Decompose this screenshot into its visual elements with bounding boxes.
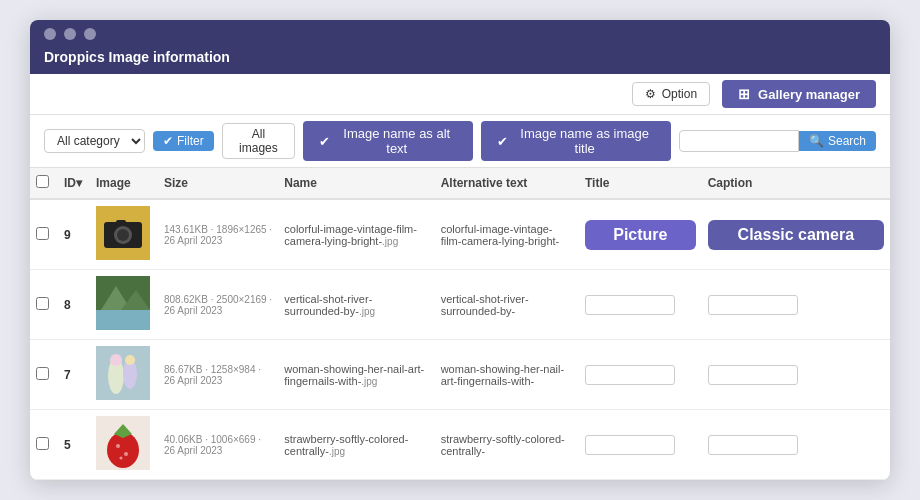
table-row: 786.67KB · 1258×984 · 26 April 2023woman… [30, 340, 890, 410]
gear-icon: ⚙ [645, 87, 656, 101]
toggle-alt-label: Image name as alt text [336, 126, 457, 156]
cell-size: 86.67KB · 1258×984 · 26 April 2023 [158, 340, 278, 410]
header-alt-text: Alternative text [435, 168, 579, 199]
cell-name: vertical-shot-river-surrounded-by-.jpg [278, 270, 434, 340]
caption-input[interactable] [708, 295, 798, 315]
title-input[interactable] [585, 435, 675, 455]
row-checkbox[interactable] [36, 297, 49, 310]
cell-alt-text: strawberry-softly-colored-centrally- [435, 410, 579, 480]
dot-3 [84, 28, 96, 40]
check-icon-alt: ✔ [319, 134, 330, 149]
row-checkbox[interactable] [36, 437, 49, 450]
svg-point-14 [125, 355, 135, 365]
svg-point-13 [110, 354, 122, 366]
cell-image [90, 410, 158, 480]
all-images-label: All images [239, 127, 278, 155]
row-checkbox[interactable] [36, 227, 49, 240]
cell-size: 40.06KB · 1006×669 · 26 April 2023 [158, 410, 278, 480]
svg-point-3 [117, 229, 129, 241]
toggle-title-label: Image name as image title [514, 126, 655, 156]
option-button[interactable]: ⚙ Option [632, 82, 710, 106]
dot-1 [44, 28, 56, 40]
cell-caption [702, 410, 890, 480]
window-title: Droppics Image information [44, 43, 230, 67]
caption-input[interactable] [708, 435, 798, 455]
grid-icon: ⊞ [738, 86, 750, 102]
category-select[interactable]: All category [44, 129, 145, 153]
check-icon: ✔ [163, 134, 173, 148]
cell-id: 5 [58, 410, 90, 480]
header-title: Title [579, 168, 702, 199]
gallery-manager-button[interactable]: ⊞ Gallery manager [722, 80, 876, 108]
search-button[interactable]: 🔍 Search [799, 131, 876, 151]
cell-title [579, 270, 702, 340]
header-caption: Caption [702, 168, 890, 199]
select-all-checkbox[interactable] [36, 175, 49, 188]
svg-point-18 [116, 444, 120, 448]
svg-point-20 [120, 457, 123, 460]
cell-alt-text: woman-showing-her-nail-art-fingernails-w… [435, 340, 579, 410]
cell-id: 7 [58, 340, 90, 410]
dot-2 [64, 28, 76, 40]
cell-name: woman-showing-her-nail-art-fingernails-w… [278, 340, 434, 410]
cell-title [579, 340, 702, 410]
toggle-alt-text-button[interactable]: ✔ Image name as alt text [303, 121, 473, 161]
main-window: Droppics Image information ⚙ Option ⊞ Ga… [30, 20, 890, 480]
option-label: Option [662, 87, 697, 101]
cell-image [90, 270, 158, 340]
cell-title: Picture [579, 199, 702, 270]
row-checkbox[interactable] [36, 367, 49, 380]
images-table: ID▾ Image Size Name Alternative text Tit… [30, 168, 890, 480]
filter-button[interactable]: ✔ Filter [153, 131, 214, 151]
title-input[interactable] [585, 365, 675, 385]
svg-rect-6 [96, 308, 150, 330]
cell-name: strawberry-softly-colored-centrally-.jpg [278, 410, 434, 480]
cell-image [90, 340, 158, 410]
filter-label: Filter [177, 134, 204, 148]
table-row: 8808.62KB · 2500×2169 · 26 April 2023ver… [30, 270, 890, 340]
header-size: Size [158, 168, 278, 199]
cell-caption [702, 270, 890, 340]
table-row: 9143.61KB · 1896×1265 · 26 April 2023col… [30, 199, 890, 270]
table-row: 540.06KB · 1006×669 · 26 April 2023straw… [30, 410, 890, 480]
search-label: Search [828, 134, 866, 148]
cell-id: 9 [58, 199, 90, 270]
gallery-label: Gallery manager [758, 87, 860, 102]
cell-caption: Classic camera [702, 199, 890, 270]
table-header-row: ID▾ Image Size Name Alternative text Tit… [30, 168, 890, 199]
cell-size: 808.62KB · 2500×2169 · 26 April 2023 [158, 270, 278, 340]
toolbar: All category ✔ Filter All images ✔ Image… [30, 115, 890, 168]
table-container: ID▾ Image Size Name Alternative text Tit… [30, 168, 890, 480]
cell-title [579, 410, 702, 480]
cell-alt-text: colorful-image-vintage-film-camera-lying… [435, 199, 579, 270]
cell-caption [702, 340, 890, 410]
check-icon-title: ✔ [497, 134, 508, 149]
header-id: ID▾ [58, 168, 90, 199]
title-input[interactable] [585, 295, 675, 315]
header-checkbox [30, 168, 58, 199]
header-bar: ⚙ Option ⊞ Gallery manager [30, 74, 890, 115]
cell-image [90, 199, 158, 270]
cell-id: 8 [58, 270, 90, 340]
search-input[interactable] [679, 130, 799, 152]
svg-point-19 [124, 452, 128, 456]
search-icon: 🔍 [809, 134, 824, 148]
toggle-image-title-button[interactable]: ✔ Image name as image title [481, 121, 671, 161]
caption-input[interactable] [708, 365, 798, 385]
caption-highlight: Classic camera [708, 220, 884, 250]
svg-rect-4 [116, 220, 126, 225]
cell-size: 143.61KB · 1896×1265 · 26 April 2023 [158, 199, 278, 270]
title-highlight: Picture [585, 220, 696, 250]
cell-alt-text: vertical-shot-river-surrounded-by- [435, 270, 579, 340]
header-image: Image [90, 168, 158, 199]
all-images-button[interactable]: All images [222, 123, 296, 159]
header-name: Name [278, 168, 434, 199]
cell-name: colorful-image-vintage-film-camera-lying… [278, 199, 434, 270]
search-box: 🔍 Search [679, 130, 876, 152]
